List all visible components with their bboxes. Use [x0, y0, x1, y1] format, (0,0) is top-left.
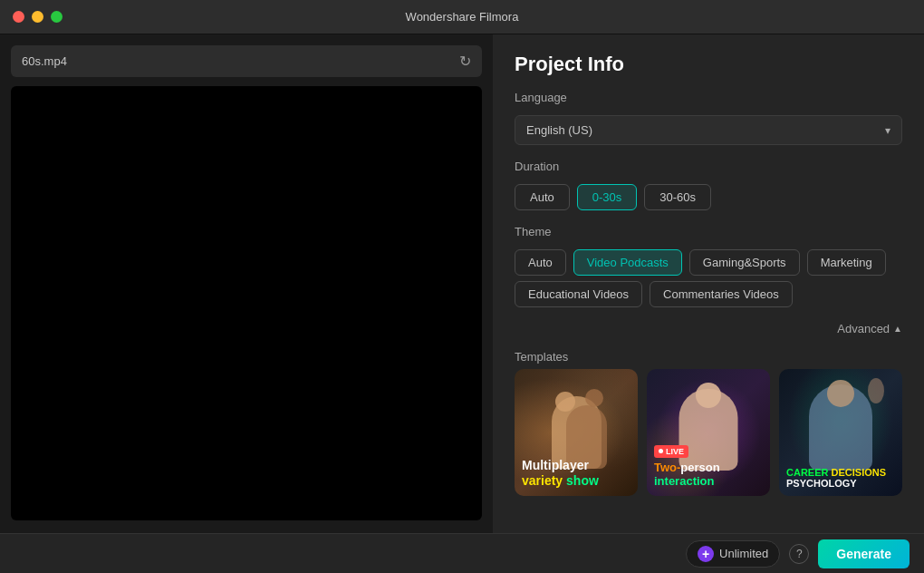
unlimited-label: Unlimited — [719, 547, 768, 560]
person-head-center — [696, 383, 721, 408]
template-text-2: Two-person interaction — [654, 461, 763, 489]
advanced-row[interactable]: Advanced ▲ — [515, 322, 902, 335]
template-card-two-person[interactable]: LIVE Two-person interaction — [647, 369, 770, 496]
close-button[interactable] — [13, 11, 24, 23]
templates-section: Templates Multiplayer variety show — [515, 350, 902, 496]
left-panel: 60s.mp4 ↻ ▶ 00:00:00:00/00:01:00:00 — [0, 34, 493, 573]
theme-section: Theme Auto Video Podcasts Gaming&Sports … — [515, 225, 902, 307]
live-badge: LIVE — [654, 445, 688, 458]
duration-label: Duration — [515, 160, 902, 173]
microphone-shape — [868, 378, 884, 403]
template-card-multiplayer[interactable]: Multiplayer variety show — [515, 369, 638, 496]
theme-options-row2: Educational Videos Commentaries Videos — [515, 281, 902, 307]
person-head-right — [585, 389, 603, 407]
duration-auto-button[interactable]: Auto — [515, 184, 570, 210]
language-dropdown-container: English (US) ▾ — [515, 115, 902, 145]
person-head-left — [555, 392, 575, 412]
duration-section: Duration Auto 0-30s 30-60s — [515, 160, 902, 210]
theme-gaming-sports-button[interactable]: Gaming&Sports — [689, 249, 800, 276]
language-dropdown[interactable]: English (US) ▾ — [515, 115, 902, 145]
duration-30-60s-button[interactable]: 30-60s — [644, 184, 711, 210]
project-title: Project Info — [515, 53, 902, 76]
unlimited-plus-icon: + — [698, 546, 714, 562]
live-dot — [659, 449, 663, 453]
maximize-button[interactable] — [51, 11, 63, 23]
advanced-arrow-icon: ▲ — [893, 324, 902, 334]
main-content: 60s.mp4 ↻ ▶ 00:00:00:00/00:01:00:00 Proj… — [0, 34, 924, 573]
language-label: Language — [515, 91, 902, 104]
chevron-down-icon: ▾ — [885, 124, 890, 137]
titlebar: Wondershare Filmora — [0, 0, 924, 34]
file-bar: 60s.mp4 ↻ — [11, 45, 482, 77]
theme-auto-button[interactable]: Auto — [515, 249, 566, 276]
template-overlay: Multiplayer variety show — [515, 451, 638, 496]
theme-commentaries-button[interactable]: Commentaries Videos — [650, 281, 793, 307]
generate-button[interactable]: Generate — [818, 539, 910, 568]
template-text: Multiplayer variety show — [522, 458, 630, 489]
help-button[interactable]: ? — [789, 544, 809, 564]
right-panel: Project Info Language English (US) ▾ Dur… — [493, 34, 924, 573]
template-overlay-3: CAREER DECISIONS PSYCHOLOGY — [779, 460, 902, 496]
theme-label: Theme — [515, 225, 902, 238]
template-overlay-2: LIVE Two-person interaction — [647, 433, 770, 496]
person-head-3 — [827, 380, 854, 407]
theme-video-podcasts-button[interactable]: Video Podcasts — [573, 249, 682, 276]
duration-0-30s-button[interactable]: 0-30s — [577, 184, 638, 210]
language-section: Language English (US) ▾ — [515, 91, 902, 145]
minimize-button[interactable] — [32, 11, 43, 23]
file-name: 60s.mp4 — [22, 54, 67, 68]
window-controls — [13, 11, 63, 23]
theme-educational-button[interactable]: Educational Videos — [515, 281, 642, 307]
duration-options: Auto 0-30s 30-60s — [515, 184, 902, 210]
unlimited-button[interactable]: + Unlimited — [686, 540, 780, 568]
video-preview — [11, 86, 482, 520]
refresh-icon[interactable]: ↻ — [459, 53, 471, 70]
theme-options-row1: Auto Video Podcasts Gaming&Sports Market… — [515, 249, 902, 276]
app-title: Wondershare Filmora — [406, 10, 519, 24]
templates-label: Templates — [515, 350, 902, 364]
template-card-career[interactable]: CAREER DECISIONS PSYCHOLOGY — [779, 369, 902, 496]
bottom-bar: + Unlimited ? Generate — [0, 533, 924, 573]
template-text-3: CAREER DECISIONS PSYCHOLOGY — [786, 467, 895, 489]
theme-marketing-button[interactable]: Marketing — [807, 249, 886, 276]
templates-grid: Multiplayer variety show LIVE — [515, 369, 902, 496]
